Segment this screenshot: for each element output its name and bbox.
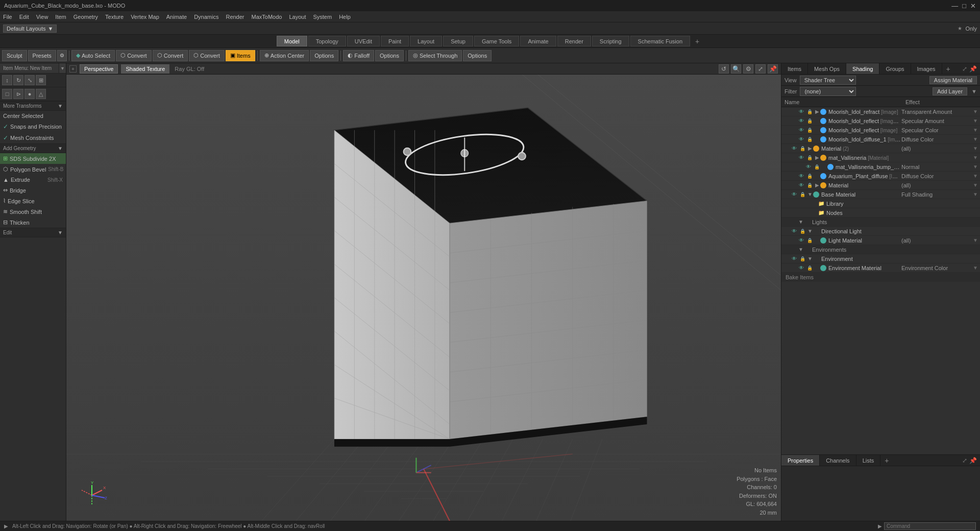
menu-item-vertex-map[interactable]: Vertex Map [131,14,159,20]
mode-tab-model[interactable]: Model [277,36,307,46]
vp-settings-btn[interactable]: ⚙ [743,64,753,74]
rp-tab-items[interactable]: Items [781,63,808,74]
lock-icon-1[interactable]: 🔒 [806,117,813,125]
presets-settings-btn[interactable]: ⚙ [57,50,67,61]
menu-item-animate[interactable]: Animate [166,14,187,20]
lock-icon-9[interactable]: 🔒 [799,191,806,198]
rp-tab-mesh-ops[interactable]: Mesh Ops [808,63,846,74]
filter-select[interactable]: (none) [800,87,856,96]
shader-tree-row-4[interactable]: 👁🔒▶Material (2)(all)▼ [781,144,980,153]
eye-icon-3[interactable]: 👁 [798,136,805,143]
mode-tab-game-tools[interactable]: Game Tools [474,36,520,46]
rp-tab-plus[interactable]: + [942,63,954,74]
shader-tree-row-16[interactable]: 👁🔒▼Environment [781,254,980,263]
close-btn[interactable]: ✕ [970,2,976,10]
menu-item-system[interactable]: System [313,14,332,20]
shader-tree-row-1[interactable]: 👁🔒Moorish_Idol_reflect [Image] (2)Specul… [781,116,980,126]
eye-icon-16[interactable]: 👁 [791,255,798,262]
item-menu-arrow[interactable]: ▼ [59,63,66,73]
shader-tree-row-13[interactable]: 👁🔒▼Directional Light [781,227,980,236]
minimize-btn[interactable]: — [951,2,958,10]
vp-zoom-btn[interactable]: 🔍 [731,64,741,74]
expand-icon-12[interactable]: ▼ [798,219,804,225]
item-menu-label[interactable]: Item Menu: New Item [0,65,59,71]
shader-tree-row-15[interactable]: ▼Environments [781,245,980,254]
extrude-item[interactable]: ▲ Extrude Shift-X [0,175,66,185]
mode-tab-render[interactable]: Render [557,36,591,46]
row-arrow-0[interactable]: ▼ [973,109,979,114]
lock-icon-2[interactable]: 🔒 [806,127,813,134]
row-arrow-14[interactable]: ▼ [973,237,979,243]
bp-tab-channels[interactable]: Channels [820,455,856,466]
eye-icon-7[interactable]: 👁 [798,173,805,180]
eye-icon-5[interactable]: 👁 [798,154,805,161]
expand-icon-13[interactable]: ▼ [807,228,813,234]
edge-slice-item[interactable]: ⌇ Edge Slice [0,196,66,206]
shader-tree-row-6[interactable]: 👁🔒mat_Vallisneria_bump_baked [Image]Norm… [781,162,980,172]
row-arrow-2[interactable]: ▼ [973,127,979,133]
row-arrow-9[interactable]: ▼ [973,191,979,197]
menu-item-item[interactable]: Item [55,14,66,20]
rp-tab-groups[interactable]: Groups [879,63,911,74]
auto-select-btn[interactable]: ◆ Auto Select [71,50,115,61]
mesh-constraints-item[interactable]: ✓ Mesh Constraints [0,132,66,143]
mode-tab-topology[interactable]: Topology [308,36,346,46]
menu-item-maxtomodo[interactable]: MaxToModo [252,14,282,20]
row-arrow-3[interactable]: ▼ [973,136,979,142]
menu-item-file[interactable]: File [3,14,12,20]
expand-icon-15[interactable]: ▼ [798,247,804,252]
row-arrow-4[interactable]: ▼ [973,146,979,151]
assign-material-btn[interactable]: Assign Material [929,76,977,84]
eye-icon-6[interactable]: 👁 [805,163,812,171]
action-center-btn[interactable]: ⊕ Action Center [260,50,309,61]
shader-tree-row-9[interactable]: 👁🔒▼Base MaterialFull Shading▼ [781,190,980,199]
lock-icon-4[interactable]: 🔒 [799,145,806,152]
convert-btn-3[interactable]: ⬡ Convert [189,50,225,61]
options-btn-2[interactable]: Options [375,50,404,61]
shader-tree-row-8[interactable]: 👁🔒▶Material(all)▼ [781,181,980,190]
mode-tab-schematic-fusion[interactable]: Schematic Fusion [630,36,690,46]
vp-pin-btn[interactable]: 📌 [768,64,778,74]
center-selected-item[interactable]: Center Selected [0,111,66,121]
row-arrow-5[interactable]: ▼ [973,155,979,160]
bp-tab-lists[interactable]: Lists [856,455,881,466]
lock-icon-14[interactable]: 🔒 [806,237,813,244]
lock-icon-5[interactable]: 🔒 [806,154,813,161]
sculpt-btn[interactable]: Sculpt [2,50,27,61]
select-element-icon[interactable]: △ [36,89,46,99]
lock-icon-8[interactable]: 🔒 [806,182,813,189]
mode-tab-plus[interactable]: + [691,36,703,46]
shader-tree-row-2[interactable]: 👁🔒Moorish_Idol_reflect [Image]Specular C… [781,126,980,135]
shader-tree-bake-items[interactable]: Bake Items [781,273,980,282]
row-arrow-7[interactable]: ▼ [973,173,979,179]
rp-tab-shading[interactable]: Shading [846,63,879,74]
row-arrow-6[interactable]: ▼ [973,164,979,170]
bp-expand-btn[interactable]: ⤢ 📌 [959,455,980,466]
add-layer-btn[interactable]: Add Layer [933,87,967,95]
select-paint-icon[interactable]: ● [24,89,35,99]
row-arrow-17[interactable]: ▼ [973,265,979,271]
menu-item-render[interactable]: Render [226,14,244,20]
mode-tab-setup[interactable]: Setup [443,36,473,46]
eye-icon-17[interactable]: 👁 [798,264,805,272]
bp-tab-plus[interactable]: + [880,455,893,466]
mode-tab-layout[interactable]: Layout [410,36,442,46]
bp-tab-properties[interactable]: Properties [781,455,820,466]
vp-reset-btn[interactable]: ↺ [719,64,729,74]
menu-item-texture[interactable]: Texture [105,14,124,20]
shader-tree-row-3[interactable]: 👁🔒Moorish_Idol_diffuse_1 [Image]Diffuse … [781,135,980,144]
maximize-btn[interactable]: □ [962,2,966,10]
menu-item-dynamics[interactable]: Dynamics [194,14,218,20]
shader-tree-row-11[interactable]: 📁Nodes [781,208,980,218]
lock-icon-16[interactable]: 🔒 [799,255,806,262]
expand-icon-8[interactable]: ▶ [814,182,820,188]
shader-tree-row-14[interactable]: 👁🔒Light Material(all)▼ [781,236,980,245]
command-input[interactable] [884,522,976,530]
eye-icon-9[interactable]: 👁 [791,191,798,198]
select-lasso-icon[interactable]: ⊳ [13,89,23,99]
mode-tab-uvedit[interactable]: UVEdit [347,36,380,46]
polygon-bevel-item[interactable]: ⬡ Polygon Bevel Shift-B [0,164,66,175]
lock-icon-17[interactable]: 🔒 [806,264,813,272]
expand-icon-0[interactable]: ▶ [814,109,820,114]
eye-icon-14[interactable]: 👁 [798,237,805,244]
